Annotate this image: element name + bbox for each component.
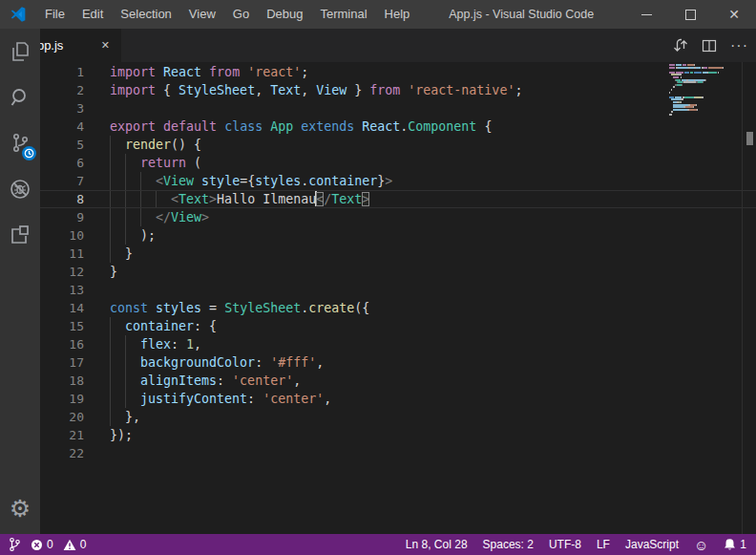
- cursor-position-button[interactable]: Ln 8, Col 28: [406, 538, 468, 551]
- indent-guide: [110, 390, 111, 408]
- close-icon: ✕: [728, 8, 740, 21]
- indent-guide: [125, 154, 126, 172]
- code-line[interactable]: 7 <View style={styles.container}>: [40, 172, 756, 190]
- indentation-button[interactable]: Spaces: 2: [483, 538, 534, 551]
- code-line[interactable]: 15 container: {: [40, 317, 756, 335]
- indent-guide: [110, 208, 111, 226]
- code-line[interactable]: 11 }: [40, 245, 756, 263]
- code-line[interactable]: 4export default class App extends React.…: [40, 117, 756, 136]
- settings-gear-icon[interactable]: ⚙: [10, 495, 31, 523]
- sidebar-item-explorer[interactable]: [0, 29, 40, 75]
- indent-guide: [125, 372, 126, 390]
- code-text: </View>: [110, 208, 209, 226]
- line-number: 10: [40, 226, 110, 245]
- sidebar-item-source-control[interactable]: [0, 120, 40, 166]
- indent-guide: [125, 172, 126, 190]
- indent-guide: [110, 408, 111, 426]
- menu-item-terminal[interactable]: Terminal: [311, 0, 375, 29]
- menu-item-edit[interactable]: Edit: [74, 0, 112, 29]
- code-text: <View style={styles.container}>: [110, 172, 392, 190]
- menu-item-debug[interactable]: Debug: [258, 0, 311, 29]
- code-line[interactable]: 19 justifyContent: 'center',: [40, 390, 756, 408]
- eol-button[interactable]: LF: [597, 538, 610, 551]
- open-changes-icon[interactable]: [673, 38, 688, 53]
- extensions-icon: [8, 223, 32, 247]
- code-line[interactable]: 14const styles = StyleSheet.create({: [40, 299, 756, 317]
- line-number: 22: [40, 444, 110, 462]
- code-line[interactable]: 5 render() {: [40, 136, 756, 154]
- code-line[interactable]: 8 <Text>Hallo Ilmenau</Text>: [40, 190, 756, 208]
- code-line[interactable]: 20 },: [40, 408, 756, 426]
- sidebar-item-debug[interactable]: [0, 166, 40, 212]
- minimize-button[interactable]: [624, 0, 668, 29]
- code-line[interactable]: 9 </View>: [40, 208, 756, 226]
- code-line[interactable]: 1import React from 'react';: [40, 63, 756, 81]
- status-bar-right: Ln 8, Col 28 Spaces: 2 UTF-8 LF JavaScri…: [406, 538, 756, 552]
- indent-guide: [125, 335, 126, 353]
- git-branch-button[interactable]: [8, 537, 21, 552]
- code-line[interactable]: 22: [40, 444, 756, 462]
- warning-count: 0: [80, 538, 87, 551]
- line-number: 14: [40, 299, 110, 317]
- editor-tab-bar: JS App.js ✕ ···: [0, 29, 756, 62]
- code-line[interactable]: 6 return (: [40, 154, 756, 172]
- indent-guide: [125, 226, 126, 245]
- menu-item-selection[interactable]: Selection: [112, 0, 179, 29]
- window-controls: ✕: [624, 0, 756, 29]
- indent-guide: [110, 190, 111, 208]
- code-line[interactable]: 21});: [40, 426, 756, 444]
- line-number: 4: [40, 117, 110, 136]
- line-number: 17: [40, 353, 110, 372]
- minimap[interactable]: [669, 64, 742, 118]
- code-line[interactable]: 17 backgroundColor: '#fff',: [40, 353, 756, 372]
- overview-ruler-cursor-mark: [746, 132, 753, 145]
- code-text: justifyContent: 'center',: [110, 390, 331, 408]
- line-number: 3: [40, 99, 110, 117]
- encoding-button[interactable]: UTF-8: [549, 538, 581, 551]
- code-line[interactable]: 3: [40, 99, 756, 117]
- problems-button[interactable]: 0 0: [31, 538, 86, 551]
- more-actions-icon[interactable]: ···: [730, 41, 748, 51]
- code-line[interactable]: 16 flex: 1,: [40, 335, 756, 353]
- code-line[interactable]: 12}: [40, 263, 756, 281]
- code-editor[interactable]: 1import React from 'react';2import { Sty…: [40, 62, 756, 534]
- code-text: import { StyleSheet, Text, View } from '…: [110, 81, 522, 99]
- code-line[interactable]: 10 );: [40, 226, 756, 245]
- indent-guide: [125, 208, 126, 226]
- code-line[interactable]: 13: [40, 281, 756, 299]
- sidebar-item-extensions[interactable]: [0, 212, 40, 258]
- line-number: 19: [40, 390, 110, 408]
- code-lines: 1import React from 'react';2import { Sty…: [40, 63, 756, 462]
- menu-item-file[interactable]: File: [36, 0, 74, 29]
- menu-item-view[interactable]: View: [180, 0, 224, 29]
- maximize-button[interactable]: [668, 0, 712, 29]
- search-icon: [8, 85, 32, 110]
- code-text: backgroundColor: '#fff',: [110, 353, 324, 372]
- close-window-button[interactable]: ✕: [712, 0, 756, 29]
- window-title: App.js - Visual Studio Code: [418, 8, 624, 21]
- language-mode-button[interactable]: JavaScript: [625, 538, 679, 551]
- indent-guide: [125, 190, 126, 208]
- line-number: 11: [40, 245, 110, 263]
- indent-guide: [110, 335, 111, 353]
- minimize-icon: [641, 14, 652, 15]
- source-control-sync-badge: [22, 146, 36, 160]
- code-line[interactable]: 18 alignItems: 'center',: [40, 372, 756, 390]
- indent-guide: [110, 136, 111, 154]
- tab-close-icon[interactable]: ✕: [97, 37, 114, 53]
- code-text: render() {: [110, 136, 201, 154]
- line-number: 1: [40, 63, 110, 81]
- code-text: const styles = StyleSheet.create({: [110, 299, 369, 317]
- status-bar: 0 0 Ln 8, Col 28 Spaces: 2 UTF-8 LF Java…: [0, 534, 756, 555]
- menu-item-go[interactable]: Go: [224, 0, 258, 29]
- code-text: alignItems: 'center',: [110, 372, 301, 390]
- notifications-button[interactable]: 1: [724, 538, 746, 551]
- menu-item-help[interactable]: Help: [376, 0, 419, 29]
- line-number: 18: [40, 372, 110, 390]
- split-editor-icon[interactable]: [702, 38, 717, 53]
- sidebar-item-search[interactable]: [0, 75, 40, 120]
- code-line[interactable]: 2import { StyleSheet, Text, View } from …: [40, 81, 756, 99]
- feedback-smiley-icon[interactable]: ☺: [694, 538, 708, 552]
- indent-guide: [140, 190, 141, 208]
- menu-bar: File Edit Selection View Go Debug Termin…: [36, 0, 418, 29]
